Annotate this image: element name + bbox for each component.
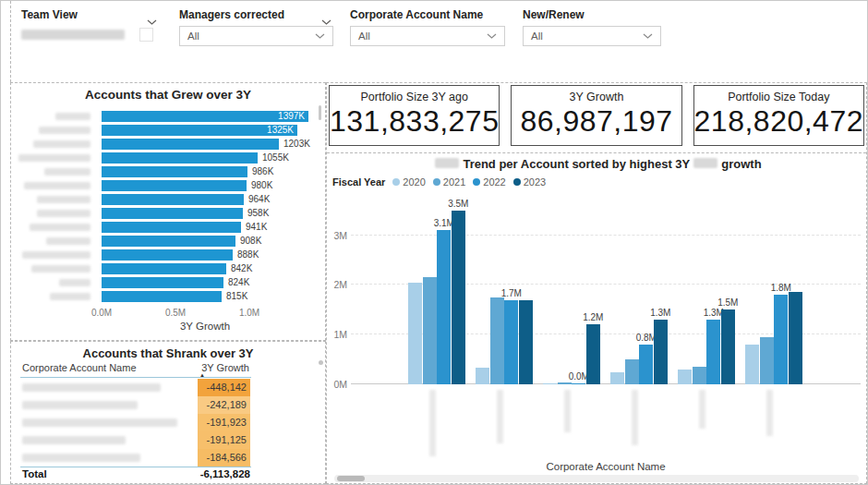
- slicer-label-new-renew: New/Renew: [523, 8, 585, 21]
- category-label-redacted: [59, 279, 90, 286]
- bar-2023[interactable]: [654, 320, 668, 384]
- bar-2021[interactable]: [760, 337, 774, 384]
- bar[interactable]: [102, 180, 247, 191]
- legend-item-2022[interactable]: 2022: [473, 176, 505, 188]
- y-tick: 2M: [327, 279, 347, 290]
- bar-row[interactable]: 842K: [11, 263, 325, 274]
- new-renew-dropdown[interactable]: All: [523, 26, 661, 46]
- category-label-redacted: [22, 251, 90, 259]
- bar[interactable]: [102, 236, 235, 247]
- total-value: -6,113,828: [150, 468, 250, 479]
- account-name-redacted: [22, 418, 177, 427]
- bar-2021[interactable]: [490, 297, 504, 384]
- bar-2022[interactable]: [572, 383, 585, 384]
- category-label-redacted: [18, 154, 90, 162]
- fiscal-year-legend: Fiscal Year 2020202120222023: [332, 176, 546, 188]
- legend-label: 2020: [403, 176, 425, 188]
- vertical-scrollbar[interactable]: [319, 105, 321, 120]
- bar-2021[interactable]: [625, 359, 639, 384]
- category-label-redacted: [31, 265, 90, 273]
- bar-row[interactable]: 986K: [11, 166, 325, 177]
- legend-dot: [513, 178, 521, 186]
- table-row[interactable]: -184,566: [11, 449, 325, 467]
- legend-item-2023[interactable]: 2023: [513, 176, 546, 188]
- bar-2022[interactable]: [504, 300, 518, 384]
- bar[interactable]: [102, 194, 244, 205]
- bar-2020[interactable]: [678, 370, 692, 384]
- bar-row[interactable]: 941K: [11, 222, 325, 233]
- kpi-value: 131,833,275: [330, 104, 499, 139]
- total-label: Total: [22, 468, 47, 479]
- growth-value-cell: -191,125: [198, 431, 250, 449]
- bar-row[interactable]: 815K: [11, 291, 325, 302]
- bar-row[interactable]: 824K: [11, 277, 325, 288]
- bar-2020[interactable]: [610, 372, 624, 384]
- bar[interactable]: [102, 166, 247, 177]
- bar-row[interactable]: 964K: [11, 194, 325, 205]
- table-row[interactable]: -242,189: [11, 396, 325, 414]
- redacted-word: [435, 158, 459, 168]
- trend-chart-plot: 0M1M2M3M3.1M3.5M1.7M0.0M1.2M0.8M1.3M1.3M…: [351, 192, 861, 384]
- account-name-redacted: [22, 383, 161, 392]
- bar-2021[interactable]: [423, 277, 437, 384]
- chevron-down-icon[interactable]: [147, 12, 157, 29]
- bar-2021[interactable]: [558, 382, 572, 384]
- legend-item-2020[interactable]: 2020: [392, 176, 425, 188]
- bar[interactable]: [102, 263, 226, 274]
- bar-2022[interactable]: [706, 320, 720, 384]
- bar-2023[interactable]: [789, 292, 802, 384]
- chevron-down-icon: [643, 33, 653, 39]
- y-tick: 3M: [327, 230, 347, 241]
- bar-with-data-label[interactable]: 1397K: [102, 111, 308, 122]
- bar[interactable]: [102, 152, 258, 164]
- bar-row[interactable]: 1397K: [11, 111, 325, 122]
- bar-with-data-label[interactable]: 1325K: [102, 125, 297, 136]
- bar-data-label: 1055K: [262, 152, 289, 164]
- bar-data-label: 842K: [231, 263, 252, 274]
- table-row[interactable]: -191,125: [11, 431, 325, 449]
- bar-2022[interactable]: [774, 295, 788, 384]
- horizontal-scrollbar-track[interactable]: [334, 475, 859, 482]
- bar-data-label: 824K: [228, 277, 249, 288]
- x-tick: 0.0M: [91, 308, 112, 318]
- table-row[interactable]: -191,923: [11, 414, 325, 431]
- bar-2020[interactable]: [745, 345, 759, 384]
- table-row[interactable]: -448,142: [11, 379, 325, 396]
- x-category-label-redacted: [699, 390, 705, 429]
- bar-2021[interactable]: [693, 367, 706, 384]
- bar[interactable]: [102, 291, 222, 302]
- team-view-dropdown-icon[interactable]: [139, 28, 153, 42]
- team-view-selected-value-redacted[interactable]: [21, 30, 125, 40]
- bar-2020[interactable]: [476, 368, 489, 384]
- bar-2022[interactable]: [437, 230, 451, 384]
- corporate-account-name-dropdown[interactable]: All: [350, 26, 505, 46]
- bar-row[interactable]: 958K: [11, 208, 325, 219]
- bar-row[interactable]: 1325K: [11, 125, 325, 136]
- bar-2023[interactable]: [586, 324, 600, 384]
- legend-item-2021[interactable]: 2021: [433, 176, 465, 188]
- bar-2020[interactable]: [408, 283, 422, 384]
- bar-2023[interactable]: [721, 309, 735, 384]
- horizontal-scrollbar-thumb[interactable]: [337, 476, 365, 481]
- accounts-shrank-table-panel: Accounts that Shrank over 3Y Corporate A…: [10, 341, 326, 484]
- bar[interactable]: [102, 277, 223, 288]
- bar-row[interactable]: 980K: [11, 180, 325, 191]
- bar[interactable]: [102, 208, 243, 219]
- bar-row[interactable]: 888K: [11, 249, 325, 261]
- bar-row[interactable]: 1055K: [11, 152, 325, 164]
- bar-row[interactable]: 1203K: [11, 139, 325, 150]
- bar-2022[interactable]: [639, 345, 653, 384]
- slicer-label-team-view: Team View: [21, 8, 78, 21]
- bar[interactable]: [102, 222, 241, 233]
- bar-2023[interactable]: [519, 300, 533, 384]
- kpi-card-3y-growth: 3Y Growth 86,987,197: [511, 85, 681, 146]
- managers-corrected-dropdown[interactable]: All: [179, 26, 333, 46]
- bar-2023[interactable]: [452, 211, 465, 384]
- bar[interactable]: [102, 139, 279, 150]
- bar-row[interactable]: 908K: [11, 236, 325, 247]
- bar[interactable]: [102, 249, 233, 261]
- dropdown-value: All: [187, 30, 199, 42]
- account-name-redacted: [22, 454, 140, 462]
- bar-data-label: 908K: [240, 236, 261, 247]
- bar-2020[interactable]: [543, 383, 557, 384]
